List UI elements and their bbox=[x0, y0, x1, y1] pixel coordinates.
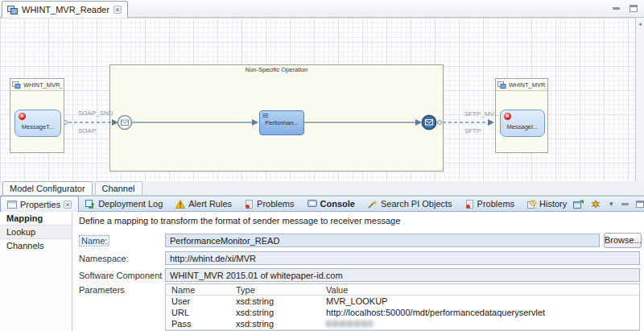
open-view-icon[interactable] bbox=[573, 200, 584, 209]
view-settings-icon[interactable] bbox=[591, 200, 601, 209]
view-toolbar bbox=[573, 200, 644, 209]
history-icon bbox=[527, 200, 536, 209]
parameters-label: Parameters bbox=[79, 285, 125, 295]
close-icon[interactable] bbox=[64, 201, 72, 209]
tab-problems-1[interactable]: Problems bbox=[238, 196, 300, 212]
alert-icon bbox=[175, 200, 185, 209]
parameters-table: Name Type Value User xsd:string MVR_LOOK… bbox=[165, 283, 640, 331]
menu-lines-icon bbox=[262, 114, 268, 118]
receiver-node-label: MessageI... bbox=[507, 123, 539, 130]
tab-channel[interactable]: Channel bbox=[95, 181, 142, 195]
namespace-label: Namespace: bbox=[79, 254, 129, 263]
tab-model-configurator[interactable]: Model Configurator bbox=[2, 181, 93, 195]
mapping-node[interactable]: Performan... bbox=[259, 110, 304, 135]
sidebar-item-mapping[interactable]: Mapping bbox=[0, 212, 72, 225]
editor-tab-label: WHINT_MVR_Reader bbox=[22, 5, 109, 14]
maximize-icon[interactable] bbox=[630, 5, 638, 12]
maximize-icon[interactable] bbox=[636, 201, 644, 208]
column-header-value[interactable]: Value bbox=[320, 284, 639, 295]
name-input[interactable] bbox=[165, 234, 600, 247]
tab-deployment-log[interactable]: Deployment Log bbox=[79, 196, 169, 212]
table-row-user[interactable]: User xsd:string MVR_LOOKUP bbox=[166, 296, 639, 307]
tab-history[interactable]: History bbox=[521, 196, 573, 212]
component-icon bbox=[12, 81, 21, 89]
application-window: WHINT_MVR_Reader Non-Specific Operation bbox=[0, 0, 644, 331]
editor-bottom-tab-bar: Model Configurator Channel bbox=[0, 181, 644, 196]
mapping-description: Define a mapping to transform the format… bbox=[79, 216, 400, 225]
model-diagram-icon bbox=[7, 6, 18, 14]
search-wand-icon bbox=[368, 200, 378, 209]
view-tab-bar: Properties Deployment Log Alert Rules Pr… bbox=[0, 196, 644, 212]
properties-panel: Mapping Lookup Channels Define a mapping… bbox=[0, 212, 644, 331]
column-header-name[interactable]: Name bbox=[166, 284, 230, 295]
palette-strip[interactable] bbox=[635, 18, 644, 181]
name-label-link[interactable]: Name: bbox=[79, 235, 109, 246]
operation-title: Non-Specific Operation bbox=[110, 66, 443, 73]
mapping-node-label: Performan... bbox=[265, 119, 298, 126]
table-header-row: Name Type Value bbox=[166, 284, 639, 296]
receiver-component-box[interactable]: WHINT_MVR_... MessageI... bbox=[495, 78, 548, 153]
table-row-url[interactable]: URL xsd:string http://localhost:50000/md… bbox=[166, 307, 639, 318]
properties-icon bbox=[7, 201, 17, 209]
console-icon bbox=[308, 200, 317, 208]
receiver-message-node[interactable]: MessageI... bbox=[500, 110, 545, 137]
component-icon bbox=[497, 81, 506, 89]
properties-sidebar: Mapping Lookup Channels bbox=[0, 212, 72, 331]
namespace-input[interactable] bbox=[165, 251, 640, 265]
browse-button[interactable]: Browse... bbox=[604, 233, 642, 248]
tab-alert-rules[interactable]: Alert Rules bbox=[169, 196, 238, 212]
sender-message-node[interactable]: MessageT... bbox=[14, 110, 61, 137]
tab-problems-2[interactable]: Problems bbox=[459, 196, 521, 212]
tab-properties[interactable]: Properties bbox=[0, 196, 79, 212]
deployment-log-icon bbox=[85, 200, 95, 209]
minimize-icon[interactable] bbox=[613, 7, 620, 10]
problems-icon bbox=[465, 200, 474, 209]
sidebar-item-lookup-channels[interactable]: Lookup Channels bbox=[0, 225, 72, 239]
error-badge-icon bbox=[19, 113, 26, 120]
sender-component-box[interactable]: WHINT_MVR_... MessageT... bbox=[10, 78, 64, 153]
sender-node-label: MessageT... bbox=[22, 123, 54, 130]
tab-console[interactable]: Console bbox=[301, 196, 361, 212]
tab-whint-mvr-reader[interactable]: WHINT_MVR_Reader bbox=[2, 1, 128, 18]
tab-search-pi-objects[interactable]: Search PI Objects bbox=[361, 196, 459, 212]
software-component-version-input[interactable] bbox=[165, 268, 640, 282]
connection-label-soap: SOAP bbox=[78, 127, 96, 134]
minimize-icon[interactable] bbox=[621, 203, 629, 205]
palette-expand-icon[interactable] bbox=[638, 21, 643, 27]
close-icon[interactable] bbox=[114, 6, 122, 14]
column-header-type[interactable]: Type bbox=[230, 284, 320, 295]
view-menu-icon[interactable] bbox=[608, 201, 614, 208]
connection-label-sftp: SFTP bbox=[464, 127, 481, 134]
problems-icon bbox=[245, 200, 254, 209]
receiver-component-title: WHINT_MVR_... bbox=[509, 81, 546, 89]
diagram-canvas[interactable]: Non-Specific Operation bbox=[0, 18, 644, 181]
connection-label-sftp-mv: SFTP_MV... bbox=[464, 110, 499, 118]
error-badge-icon bbox=[504, 113, 511, 120]
connection-label-soap-snd: SOAP_SND bbox=[78, 110, 114, 117]
sender-component-title: WHINT_MVR_... bbox=[23, 81, 62, 89]
redacted-password-value bbox=[326, 321, 373, 327]
editor-tab-bar: WHINT_MVR_Reader bbox=[0, 0, 644, 18]
table-row-pass[interactable]: Pass xsd:string bbox=[166, 318, 639, 329]
